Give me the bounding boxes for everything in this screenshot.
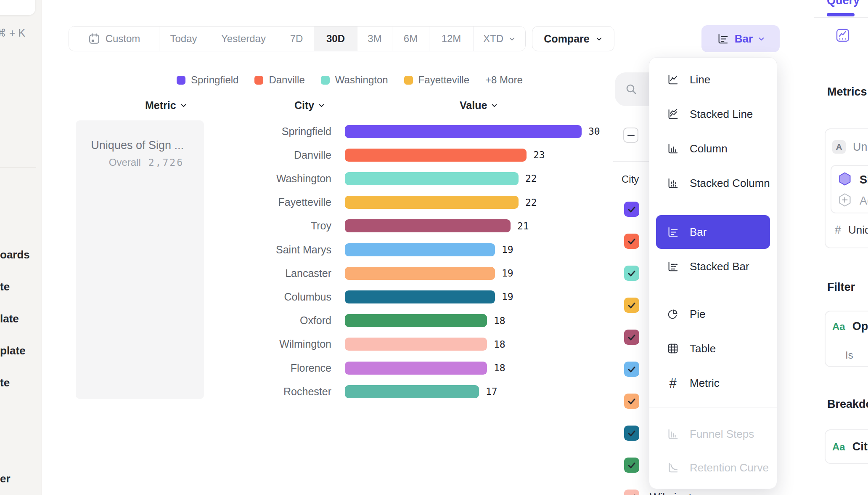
value-bar[interactable] (345, 385, 479, 398)
value-label: 17 (486, 386, 498, 397)
menu-divider (649, 291, 777, 291)
city-label: Washington (0, 173, 331, 185)
menu-item-funnel-steps: Funnel Steps (656, 422, 770, 446)
column-header-metric[interactable]: Metric (145, 99, 187, 112)
tab-query[interactable]: Query (827, 0, 860, 7)
sidebar-item-5[interactable]: er (0, 472, 11, 485)
legend-swatch (404, 76, 413, 85)
value-bar[interactable] (345, 149, 527, 162)
value-label: 21 (517, 221, 529, 232)
date-range-3m[interactable]: 3M (357, 27, 392, 51)
legend-item-washington[interactable]: Washington (321, 74, 388, 86)
date-range-6m[interactable]: 6M (392, 27, 429, 51)
chevron-down-icon (318, 102, 325, 109)
metrics-card[interactable]: A Uniq Sig Ad # Uniqu (825, 128, 868, 248)
value-bar[interactable] (345, 219, 511, 232)
menu-item-table[interactable]: Table (656, 337, 770, 360)
city-checkbox-2[interactable] (624, 266, 639, 281)
bar-row-rochester: Rochester17 (0, 380, 498, 403)
metric-a-badge: A (832, 140, 846, 154)
date-range-today[interactable]: Today (159, 27, 208, 51)
value-bar[interactable] (345, 243, 495, 256)
text-type-icon: Aa (832, 321, 845, 333)
bar-chart-icon (717, 32, 729, 45)
menu-item-stacked-bar[interactable]: Stacked Bar (656, 255, 770, 278)
legend-item-springfield[interactable]: Springfield (177, 74, 238, 86)
chart-type-button[interactable]: Bar (701, 25, 780, 52)
chevron-down-icon (595, 35, 603, 43)
bar-icon (666, 225, 680, 239)
legend-item-danville[interactable]: Danville (254, 74, 304, 86)
menu-item-bar[interactable]: Bar (656, 215, 770, 249)
city-checkbox-5[interactable] (624, 362, 639, 377)
event-card: Sig Ad (831, 165, 868, 213)
stacked-line-chart-icon (667, 108, 679, 120)
value-bar[interactable] (345, 338, 487, 351)
menu-item-column[interactable]: Column (656, 137, 770, 160)
value-label: 19 (502, 291, 513, 302)
value-bar[interactable] (345, 290, 495, 303)
value-bar[interactable] (345, 196, 519, 209)
value-bar[interactable] (345, 362, 487, 375)
column-header-city[interactable]: City (294, 99, 325, 112)
city-checkbox-8[interactable] (624, 458, 639, 473)
chart-preview-icon[interactable] (835, 28, 850, 45)
date-range-xtd[interactable]: XTD (474, 27, 525, 51)
sidebar-item-2[interactable]: late (0, 312, 19, 325)
menu-item-stacked-line[interactable]: Stacked Line (656, 102, 770, 126)
text-type-icon: Aa (832, 441, 845, 453)
sidebar-top-card[interactable] (0, 0, 35, 15)
add-event-row[interactable]: Ad (837, 192, 868, 209)
pie-chart-icon (667, 308, 679, 320)
property-fragment: Uniqu (848, 224, 868, 237)
value-bar[interactable] (345, 314, 487, 327)
select-all-checkbox[interactable] (623, 128, 638, 143)
city-checkbox-7[interactable] (624, 426, 639, 441)
city-checkbox-1[interactable] (624, 234, 639, 249)
breakdown-property: City (852, 440, 868, 453)
value-bar[interactable] (345, 267, 495, 280)
date-range-7d[interactable]: 7D (279, 27, 314, 51)
menu-item-pie[interactable]: Pie (656, 302, 770, 326)
menu-item-line[interactable]: Line (656, 68, 770, 91)
compare-label: Compare (544, 33, 589, 45)
city-label: Fayetteville (0, 196, 331, 208)
clipped-city-item[interactable]: Wilmington (650, 491, 704, 495)
filter-operator[interactable]: Is (845, 349, 853, 361)
city-checkbox-0[interactable] (624, 202, 639, 217)
compare-button[interactable]: Compare (532, 26, 614, 51)
command-k-shortcut: ⌘ + K (0, 27, 25, 39)
sidebar-item-3[interactable]: plate (0, 344, 26, 357)
indeterminate-dash (627, 135, 635, 136)
date-range-30d[interactable]: 30D (314, 27, 357, 51)
city-checkbox-9[interactable] (624, 490, 639, 495)
city-checkbox-6[interactable] (624, 394, 639, 409)
date-range-yesterday[interactable]: Yesterday (208, 27, 279, 51)
breakdown-card[interactable]: Aa City (825, 429, 868, 464)
value-bar[interactable] (345, 125, 582, 138)
legend-more[interactable]: +8 More (485, 74, 523, 86)
search-icon (624, 82, 638, 96)
check-icon (625, 203, 638, 216)
check-icon (625, 331, 638, 343)
filter-card[interactable]: Aa Ope Is i (825, 311, 868, 367)
date-range-custom[interactable]: Custom (69, 27, 159, 51)
sidebar-item-4[interactable]: te (0, 376, 10, 389)
sidebar-item-0[interactable]: oards (0, 248, 30, 261)
legend-item-fayetteville[interactable]: Fayetteville (404, 74, 469, 86)
value-label: 18 (494, 362, 505, 373)
sidebar-item-1[interactable]: te (0, 280, 10, 293)
date-range-12m[interactable]: 12M (429, 27, 474, 51)
menu-item-retention-curve: Retention Curve (656, 456, 770, 479)
menu-item-stacked-column[interactable]: Stacked Column (656, 171, 770, 195)
menu-item-metric[interactable]: #Metric (656, 371, 770, 395)
retention-curve-icon (667, 461, 679, 474)
city-checkbox-3[interactable] (624, 298, 639, 313)
number-type-icon: # (835, 224, 841, 236)
value-bar[interactable] (345, 172, 519, 185)
value-label: 19 (502, 268, 513, 279)
column-header-value[interactable]: Value (460, 99, 498, 112)
chart-type-label: Bar (735, 32, 753, 45)
city-checkbox-4[interactable] (624, 330, 639, 345)
value-label: 18 (494, 315, 505, 326)
